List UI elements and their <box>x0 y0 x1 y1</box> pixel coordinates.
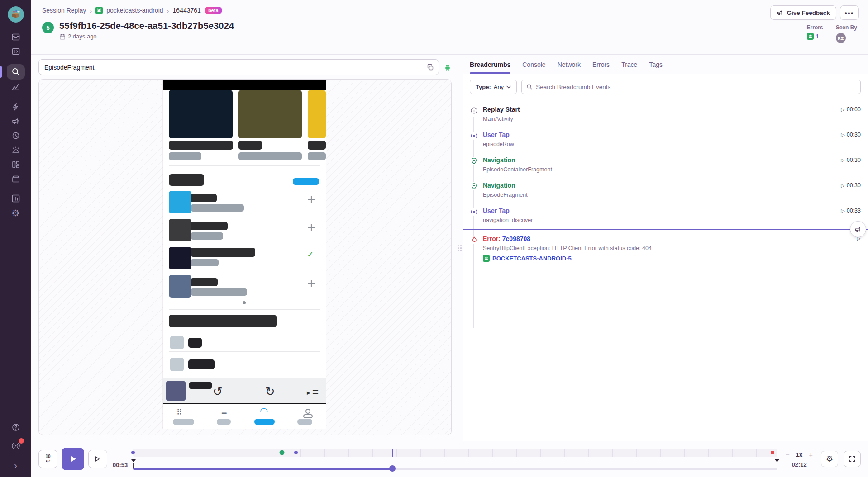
event-timestamp[interactable]: ▷00:30 <box>841 182 861 189</box>
timeline-marker-navigation[interactable] <box>280 450 285 455</box>
replay-player-section: ++✓+↺↻▶≡⠿≡◠ <box>31 55 457 441</box>
wireframe-block <box>305 409 310 414</box>
wireframe-block <box>170 358 184 371</box>
player-settings-button[interactable]: ⚙ <box>821 451 838 467</box>
rewind-10-icon: 10↩ <box>45 454 50 464</box>
discover-tab-icon: ◠ <box>260 406 268 416</box>
speed-decrease-button[interactable]: − <box>786 451 790 458</box>
wireframe-block <box>169 309 320 310</box>
replay-age[interactable]: 2 days ago <box>68 33 97 40</box>
org-avatar[interactable] <box>8 6 24 23</box>
event-timestamp[interactable]: ▷00:30 <box>841 132 861 138</box>
play-button[interactable] <box>62 448 84 470</box>
errors-count[interactable]: 1 <box>807 33 819 40</box>
breadcrumb-event-list: Replay Start MainActivity ▷00:00 User Ta… <box>463 99 868 441</box>
tab-trace[interactable]: Trace <box>621 61 637 74</box>
breadcrumb-replay-number: 16443761 <box>173 7 201 14</box>
sidebar-item-search[interactable] <box>7 64 25 80</box>
fullscreen-button[interactable] <box>844 451 861 467</box>
sidebar-item-releases[interactable] <box>7 172 25 186</box>
play-icon: ▷ <box>841 183 844 189</box>
wireframe-block <box>163 378 326 404</box>
seek-bar[interactable] <box>133 468 777 470</box>
dom-search-input[interactable] <box>44 64 427 71</box>
sidebar: ⚙ › <box>0 0 31 477</box>
speed-increase-button[interactable]: + <box>809 451 813 458</box>
wireframe-block <box>189 382 212 389</box>
up-next-list-icon: ≡ <box>312 387 319 396</box>
panel-resize-handle[interactable] <box>457 55 463 441</box>
give-feedback-button[interactable]: Give Feedback <box>770 5 836 20</box>
info-icon <box>470 106 478 114</box>
wireframe-block <box>169 219 191 241</box>
sidebar-item-projects[interactable] <box>7 45 25 58</box>
tab-console[interactable]: Console <box>522 61 545 74</box>
wireframe-block <box>254 419 275 425</box>
add-episode-icon: + <box>307 194 316 205</box>
event-timestamp[interactable]: ▷00:33 <box>841 208 861 214</box>
sidebar-item-performance[interactable] <box>7 100 25 113</box>
breadcrumb-item-navigation[interactable]: Navigation EpisodeFragment ▷00:30 <box>463 177 868 203</box>
type-filter-dropdown[interactable]: Type: Any <box>470 80 517 94</box>
issue-project-link[interactable]: POCKETCASTS-ANDROID-5 <box>483 255 857 262</box>
wireframe-block <box>169 247 191 269</box>
sidebar-item-alerts[interactable] <box>7 143 25 157</box>
sidebar-item-issues[interactable] <box>7 30 25 44</box>
sidebar-item-discover[interactable] <box>7 80 25 94</box>
breadcrumb-item-replay-start[interactable]: Replay Start MainActivity ▷00:00 <box>463 101 868 127</box>
wireframe-block <box>191 248 255 257</box>
tab-network[interactable]: Network <box>558 61 581 74</box>
event-timestamp[interactable]: ▷00:00 <box>841 106 861 113</box>
skip-next-button[interactable] <box>88 450 107 468</box>
wireframe-block <box>191 259 219 266</box>
wireframe-block <box>297 419 312 425</box>
panel-tabs: Breadcrumbs Console Network Errors Trace… <box>463 55 868 74</box>
playback-speed[interactable]: 1x <box>796 451 802 458</box>
replay-viewport[interactable]: ++✓+↺↻▶≡⠿≡◠ <box>38 79 452 435</box>
sidebar-collapse-button[interactable]: › <box>7 458 25 472</box>
sidebar-item-stats[interactable] <box>7 192 25 205</box>
event-description: EpisodeContainerFragment <box>483 166 841 173</box>
wireframe-block <box>243 301 246 304</box>
timeline-marker-error[interactable] <box>771 451 774 454</box>
total-duration: 02:12 <box>792 461 806 468</box>
tab-breadcrumbs[interactable]: Breadcrumbs <box>470 61 510 74</box>
tab-tags[interactable]: Tags <box>649 61 663 74</box>
sidebar-item-whats-new[interactable] <box>7 439 25 453</box>
rewind-10s-button[interactable]: 10↩ <box>38 450 57 468</box>
sidebar-item-help[interactable] <box>7 420 25 434</box>
more-options-button[interactable]: ••• <box>840 5 859 20</box>
breadcrumb-item-navigation[interactable]: Navigation EpisodeContainerFragment ▷00:… <box>463 152 868 177</box>
sidebar-item-replays[interactable] <box>7 129 25 142</box>
errors-label: Errors <box>807 24 823 31</box>
error-id-link[interactable]: 7c098708 <box>502 235 530 242</box>
wireframe-block <box>169 174 204 186</box>
wireframe-block <box>238 152 302 160</box>
wireframe-block <box>191 194 217 202</box>
seen-by-avatar[interactable]: RZ <box>836 33 846 43</box>
breadcrumb-item-user-tap[interactable]: User Tap episodeRow ▷00:30 <box>463 127 868 152</box>
timeline-events[interactable] <box>133 449 777 457</box>
feedback-float-button[interactable] <box>850 221 866 237</box>
sidebar-item-settings[interactable]: ⚙ <box>7 206 25 220</box>
timeline-marker-user-tap[interactable] <box>294 451 298 454</box>
event-timestamp[interactable]: ▷00:30 <box>841 157 861 163</box>
sidebar-item-dashboards[interactable] <box>7 158 25 171</box>
copy-icon[interactable] <box>427 64 434 71</box>
event-title: Replay Start <box>483 106 841 113</box>
play-triangle-icon <box>68 454 77 463</box>
breadcrumb-project[interactable]: pocketcasts-android <box>106 7 163 14</box>
breadcrumb-item-user-tap[interactable]: User Tap navigation_discover ▷00:33 <box>463 203 868 228</box>
breadcrumb-search-input[interactable] <box>536 84 856 90</box>
search-icon <box>526 84 533 90</box>
seek-handle[interactable] <box>389 465 396 472</box>
breadcrumb-item-error[interactable]: Error: 7c098708 SentryHttpClientExceptio… <box>463 231 868 266</box>
wireframe-block <box>293 178 319 185</box>
tab-errors[interactable]: Errors <box>592 61 610 74</box>
breadcrumb-session-replay[interactable]: Session Replay <box>42 7 86 14</box>
timeline-marker-replay-start[interactable] <box>131 451 135 454</box>
sidebar-item-feedback[interactable] <box>7 114 25 128</box>
current-time: 00:53 <box>113 462 128 468</box>
played-check-icon: ✓ <box>307 250 314 259</box>
ellipsis-icon: ••• <box>845 9 854 16</box>
